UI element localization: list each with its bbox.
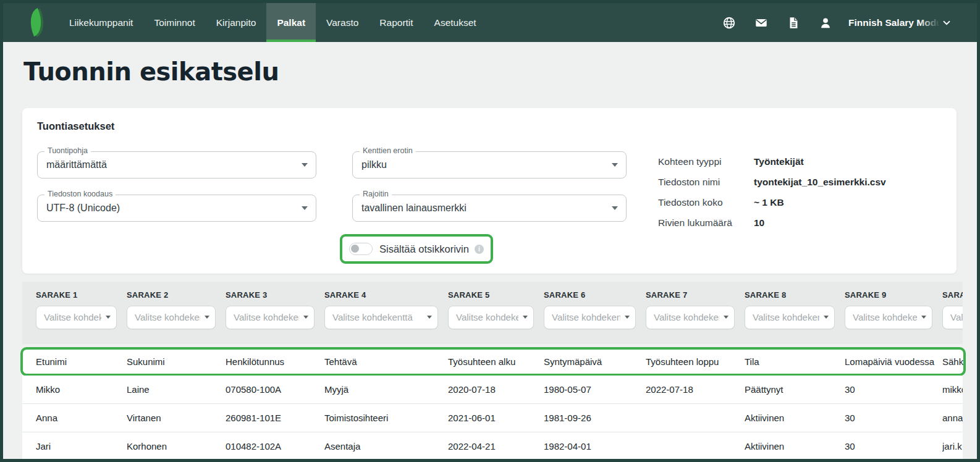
chevron-down-icon <box>427 316 432 319</box>
mapping-column-3: SARAKE 3Valitse kohdekenttä <box>226 282 324 344</box>
table-cell: Jari <box>36 441 127 452</box>
toggle-knob <box>351 245 359 253</box>
header-row-cell: Sukunimi <box>127 356 226 367</box>
nav-item-asetukset[interactable]: Asetukset <box>424 3 487 42</box>
import-settings-heading: Tuontiasetukset <box>37 120 114 132</box>
nav-item-raportit[interactable]: Raportit <box>369 3 423 42</box>
table-row: AnnaVirtanen260981-101EToimistosihteeri2… <box>22 404 963 432</box>
select-placeholder: Valitse kohdekenttä <box>135 306 200 329</box>
table-cell: Aktiivinen <box>745 441 845 452</box>
table-cell: anna. <box>942 413 963 423</box>
target-field-select-4[interactable]: Valitse kohdekenttä <box>324 306 438 329</box>
file-info-value: ~ 1 KB <box>754 196 784 209</box>
top-navigation: LiikekumppanitToiminnotKirjanpitoPalkatV… <box>3 3 977 42</box>
table-row: JariKorhonen010482-102AAsentaja2022-04-2… <box>22 432 963 459</box>
mapping-column-10: SARAKE 10Valitse kohdekenttä <box>942 282 963 344</box>
mail-icon[interactable] <box>754 16 768 30</box>
file-info-label: Tiedoston koko <box>658 196 754 209</box>
select-kenttien-erotin[interactable]: Kenttien erotinpilkku <box>352 151 627 178</box>
nav-item-toiminnot[interactable]: Toiminnot <box>143 3 205 42</box>
csv-header-row-highlight-annotation: EtunimiSukunimiHenkilötunnusTehtäväTyösu… <box>20 347 966 376</box>
table-cell: 2022-07-18 <box>646 384 745 395</box>
header-row-toggle[interactable] <box>349 243 373 255</box>
file-info-row: Tiedoston nimityontekijat_10_esimerkki.c… <box>658 175 886 188</box>
user-icon[interactable] <box>819 16 832 30</box>
file-info-panel: Kohteen tyyppiTyöntekijätTiedoston nimit… <box>658 155 886 237</box>
chevron-down-icon <box>612 206 618 210</box>
account-menu[interactable]: Finnish Salary Modul <box>848 17 952 28</box>
globe-icon[interactable] <box>722 16 736 30</box>
table-cell: 1982-04-01 <box>544 441 646 452</box>
header-row-cell: Työsuhteen loppu <box>646 356 745 367</box>
column-header-label: SARAKE 7 <box>646 290 745 300</box>
table-cell: Myyjä <box>324 384 448 395</box>
select-placeholder: Valitse kohdekenttä <box>853 306 917 329</box>
mapping-column-1: SARAKE 1Valitse kohdekenttä <box>36 282 127 344</box>
chevron-down-icon <box>612 163 618 167</box>
chevron-down-icon <box>941 17 952 28</box>
chevron-down-icon <box>724 316 729 319</box>
target-field-select-7[interactable]: Valitse kohdekenttä <box>646 306 735 329</box>
mapping-column-4: SARAKE 4Valitse kohdekenttä <box>324 282 448 344</box>
select-label: Rajoitin <box>360 190 392 198</box>
document-icon[interactable] <box>787 16 800 30</box>
column-header-label: SARAKE 5 <box>448 290 544 300</box>
chevron-down-icon <box>205 316 209 319</box>
chevron-down-icon <box>302 206 308 210</box>
nav-item-liikekumppanit[interactable]: Liikekumppanit <box>59 3 143 42</box>
target-field-select-9[interactable]: Valitse kohdekenttä <box>845 306 932 329</box>
select-value: määrittämättä <box>38 152 316 178</box>
nav-item-varasto[interactable]: Varasto <box>316 3 369 42</box>
table-cell: 30 <box>845 413 942 423</box>
table-cell: jari.k <box>942 441 963 452</box>
file-info-value: 10 <box>754 216 764 229</box>
nav-item-kirjanpito[interactable]: Kirjanpito <box>206 3 267 42</box>
file-info-label: Tiedoston nimi <box>658 175 754 188</box>
header-row-cell: Sähkö <box>942 356 966 367</box>
chevron-down-icon <box>106 316 111 319</box>
table-cell: Korhonen <box>127 441 226 452</box>
header-row-cell: Etunimi <box>36 356 127 367</box>
table-cell: 30 <box>845 441 942 452</box>
header-row-cell: Tehtävä <box>324 356 448 367</box>
column-header-label: SARAKE 8 <box>745 290 845 300</box>
target-field-select-3[interactable]: Valitse kohdekenttä <box>226 306 315 329</box>
select-tuontipohja[interactable]: Tuontipohjamäärittämättä <box>37 151 316 178</box>
file-info-row: Rivien lukumäärä10 <box>658 216 886 229</box>
chevron-down-icon <box>824 316 829 319</box>
mapping-column-6: SARAKE 6Valitse kohdekenttä <box>544 282 646 344</box>
table-cell: 260981-101E <box>226 413 324 423</box>
target-field-select-1[interactable]: Valitse kohdekenttä <box>36 306 117 329</box>
nav-item-palkat[interactable]: Palkat <box>266 3 316 42</box>
header-row-toggle-label: Sisältää otsikkorivin <box>379 243 469 255</box>
select-placeholder: Valitse kohdekenttä <box>332 306 423 329</box>
file-info-label: Kohteen tyyppi <box>658 155 754 168</box>
table-cell: 1980-05-07 <box>544 384 646 395</box>
file-info-label: Rivien lukumäärä <box>658 216 754 229</box>
leaf-shape <box>24 8 48 36</box>
column-header-label: SARAKE 6 <box>544 290 646 300</box>
target-field-select-10[interactable]: Valitse kohdekenttä <box>942 306 963 329</box>
target-field-select-6[interactable]: Valitse kohdekenttä <box>544 306 636 329</box>
mapping-column-5: SARAKE 5Valitse kohdekenttä <box>448 282 544 344</box>
target-field-select-5[interactable]: Valitse kohdekenttä <box>448 306 534 329</box>
select-placeholder: Valitse kohdekenttä <box>552 306 620 329</box>
app-logo-leaf-icon[interactable] <box>25 3 46 42</box>
csv-preview-rows: MikkoLaine070580-100AMyyjä2020-07-181980… <box>22 376 963 459</box>
column-mapping-header: SARAKE 1Valitse kohdekenttäSARAKE 2Valit… <box>22 282 963 344</box>
target-field-select-2[interactable]: Valitse kohdekenttä <box>127 306 216 329</box>
file-info-value: Työntekijät <box>754 155 804 168</box>
select-placeholder: Valitse kohdekenttä <box>44 306 101 329</box>
target-field-select-8[interactable]: Valitse kohdekenttä <box>745 306 835 329</box>
select-rajoitin[interactable]: Rajoitintavallinen lainausmerkki <box>352 195 627 222</box>
table-cell: Laine <box>127 384 226 395</box>
account-label: Finnish Salary Modul <box>848 17 940 28</box>
header-row-toggle-highlight-annotation: Sisältää otsikkorivin i <box>340 234 493 264</box>
column-header-label: SARAKE 10 <box>942 290 963 300</box>
column-header-label: SARAKE 1 <box>36 290 127 300</box>
mapping-column-8: SARAKE 8Valitse kohdekenttä <box>745 282 845 344</box>
select-value: tavallinen lainausmerkki <box>353 195 626 221</box>
info-icon[interactable]: i <box>475 245 484 254</box>
header-row-cell: Työsuhteen alku <box>448 356 544 367</box>
select-tiedoston-koodaus[interactable]: Tiedoston koodausUTF-8 (Unicode) <box>37 195 316 222</box>
